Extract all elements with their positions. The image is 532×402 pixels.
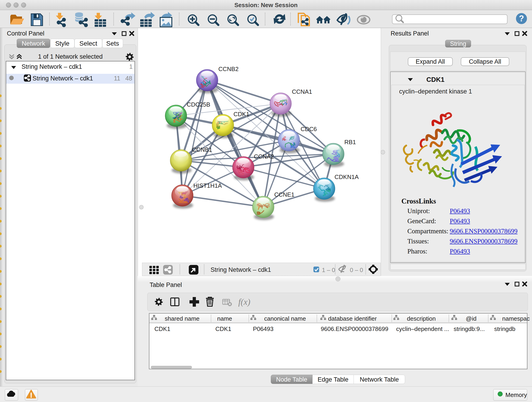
svg-text:CCNE1: CCNE1 xyxy=(274,191,294,198)
svg-text:CDKN1A: CDKN1A xyxy=(335,173,359,180)
svg-text:CCNA2: CCNA2 xyxy=(254,153,274,160)
svg-text:CDC25B: CDC25B xyxy=(187,101,210,108)
svg-text:CCNB1: CCNB1 xyxy=(192,146,212,153)
svg-text:CDK1: CDK1 xyxy=(234,111,249,118)
svg-text:RB1: RB1 xyxy=(344,139,356,146)
svg-text:CCNB2: CCNB2 xyxy=(218,65,239,72)
svg-text:CCNA1: CCNA1 xyxy=(292,88,312,95)
svg-text:HIST1H1A: HIST1H1A xyxy=(193,182,222,189)
svg-text:CDC6: CDC6 xyxy=(301,126,317,133)
